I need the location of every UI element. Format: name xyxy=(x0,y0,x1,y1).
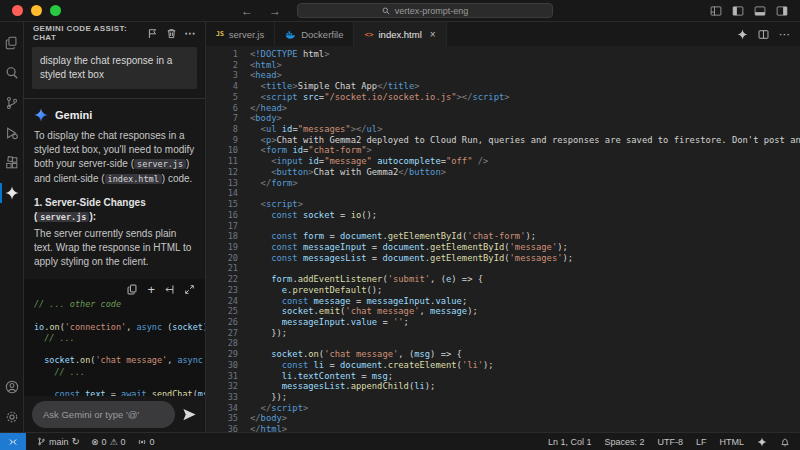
code-line[interactable]: 13 </form> xyxy=(206,178,800,189)
feedback-flag-icon[interactable] xyxy=(147,28,158,39)
close-window-button[interactable] xyxy=(12,5,23,16)
gemini-chat-input[interactable] xyxy=(32,401,175,428)
gemini-section-heading: 1. Server-Side Changes (server.js): xyxy=(24,189,205,226)
eol-sequence[interactable]: LF xyxy=(696,437,707,447)
code-line[interactable]: 36</html> xyxy=(206,424,800,432)
code-line[interactable]: 23 e.preventDefault(); xyxy=(206,285,800,296)
close-tab-icon[interactable]: × xyxy=(430,29,436,40)
split-editor-icon[interactable] xyxy=(758,29,769,40)
expand-code-icon[interactable] xyxy=(184,284,195,295)
chat-code-line xyxy=(34,344,205,355)
search-sidebar-icon[interactable] xyxy=(0,58,24,88)
errors-icon: ⊗ xyxy=(91,437,99,447)
line-number: 36 xyxy=(206,424,238,432)
source-control-icon[interactable] xyxy=(0,88,24,118)
code-line[interactable]: 1<!DOCTYPE html> xyxy=(206,49,800,60)
git-branch-icon xyxy=(37,437,46,446)
accounts-icon[interactable] xyxy=(0,372,24,402)
code-line[interactable]: 9 <p>Chat with Gemma2 deployed to Cloud … xyxy=(206,135,800,146)
code-line[interactable]: 4 <title>Simple Chat App</title> xyxy=(206,81,800,92)
code-line[interactable]: 32 messagesList.appendChild(li); xyxy=(206,381,800,392)
chat-input-row xyxy=(24,396,205,432)
code-chip-indexhtml: index.html xyxy=(105,174,162,184)
cursor-position[interactable]: Ln 1, Col 1 xyxy=(548,437,592,447)
gemini-section-body: The server currently sends plain text. W… xyxy=(24,226,205,273)
copy-code-icon[interactable] xyxy=(127,284,138,295)
line-number: 14 xyxy=(206,188,238,199)
tab-indexhtml[interactable]: <> index.html × xyxy=(354,22,446,46)
title-bar: ← → vertex-prompt-eng xyxy=(0,0,800,22)
code-line[interactable]: 31 li.textContent = msg; xyxy=(206,371,800,382)
line-number: 10 xyxy=(206,145,238,156)
code-line[interactable]: 33 }); xyxy=(206,392,800,403)
line-number: 25 xyxy=(206,306,238,317)
code-line[interactable]: 21 xyxy=(206,263,800,274)
tab-dockerfile[interactable]: Dockerfile xyxy=(275,22,354,46)
code-line[interactable]: 16 const socket = io(); xyxy=(206,210,800,221)
editor-lines[interactable]: 1<!DOCTYPE html>2<html>3<head>4 <title>S… xyxy=(206,46,800,432)
code-line[interactable]: 30 const li = document.createElement('li… xyxy=(206,360,800,371)
code-line[interactable]: 6</head> xyxy=(206,103,800,114)
panel-more-actions-icon[interactable]: ⋯ xyxy=(185,28,196,39)
clear-chat-trash-icon[interactable] xyxy=(166,28,177,39)
code-line[interactable]: 7<body> xyxy=(206,113,800,124)
code-line[interactable]: 14 xyxy=(206,188,800,199)
code-chip-serverjs2: server.js xyxy=(37,212,89,222)
code-line[interactable]: 19 const messageInput = document.getElem… xyxy=(206,242,800,253)
add-code-icon[interactable]: + xyxy=(147,283,155,296)
extensions-icon[interactable] xyxy=(0,148,24,178)
insert-at-cursor-icon[interactable] xyxy=(164,284,175,295)
code-line[interactable]: 12 <button>Chat with Gemma2</button> xyxy=(206,167,800,178)
toggle-panel-icon[interactable] xyxy=(754,5,766,17)
code-line[interactable]: 5 <script src="/socket.io/socket.io.js">… xyxy=(206,92,800,103)
toggle-primary-sidebar-icon[interactable] xyxy=(732,5,744,17)
tab-serverjs[interactable]: JS server.js xyxy=(206,22,275,46)
run-debug-icon[interactable] xyxy=(0,118,24,148)
send-message-icon[interactable] xyxy=(182,407,197,422)
problems-indicator[interactable]: ⊗0 ⚠0 xyxy=(91,437,126,447)
code-line[interactable]: 35</body> xyxy=(206,413,800,424)
line-number: 18 xyxy=(206,231,238,242)
code-line[interactable]: 18 const form = document.getElementById(… xyxy=(206,231,800,242)
indentation[interactable]: Spaces: 2 xyxy=(604,437,644,447)
line-number: 17 xyxy=(206,221,238,232)
language-mode[interactable]: HTML xyxy=(720,437,745,447)
code-line[interactable]: 2<html> xyxy=(206,60,800,71)
code-line[interactable]: 26 messageInput.value = ''; xyxy=(206,317,800,328)
customize-layout-icon[interactable] xyxy=(710,5,722,17)
notifications-bell-icon[interactable] xyxy=(780,437,790,447)
code-line[interactable]: 15 <script> xyxy=(206,199,800,210)
line-number: 9 xyxy=(206,135,238,146)
branch-indicator[interactable]: main ↻ xyxy=(37,436,80,447)
statusbar-sparkle-icon[interactable] xyxy=(757,437,767,447)
navigate-back-icon[interactable]: ← xyxy=(241,5,253,17)
toggle-secondary-sidebar-icon[interactable] xyxy=(776,5,788,17)
minimize-window-button[interactable] xyxy=(31,5,42,16)
remote-indicator[interactable] xyxy=(0,433,26,450)
navigate-forward-icon[interactable]: → xyxy=(269,5,281,17)
command-center-search[interactable]: vertex-prompt-eng xyxy=(297,3,553,18)
code-line[interactable]: 10 <form id="chat-form"> xyxy=(206,145,800,156)
code-line[interactable]: 34 </script> xyxy=(206,403,800,414)
code-line[interactable]: 20 const messagesList = document.getElem… xyxy=(206,253,800,264)
ports-indicator[interactable]: 0 xyxy=(137,437,155,447)
gemini-code-assist-icon[interactable] xyxy=(0,178,24,208)
maximize-window-button[interactable] xyxy=(50,5,61,16)
line-number: 20 xyxy=(206,253,238,264)
code-line[interactable]: 28 xyxy=(206,338,800,349)
code-line[interactable]: 17 xyxy=(206,221,800,232)
code-line[interactable]: 3<head> xyxy=(206,70,800,81)
code-line[interactable]: 25 socket.emit('chat message', message); xyxy=(206,306,800,317)
settings-gear-icon[interactable] xyxy=(0,402,24,432)
code-line[interactable]: 22 form.addEventListener('submit', (e) =… xyxy=(206,274,800,285)
code-line[interactable]: 29 socket.on('chat message', (msg) => { xyxy=(206,349,800,360)
code-line[interactable]: 11 <input id="message" autocomplete="off… xyxy=(206,156,800,167)
code-line[interactable]: 8 <ul id="messages"></ul> xyxy=(206,124,800,135)
code-line[interactable]: 24 const message = messageInput.value; xyxy=(206,296,800,307)
activity-bar xyxy=(0,22,24,432)
editor-more-actions-icon[interactable]: ⋯ xyxy=(779,29,790,40)
gemini-editor-sparkle-icon[interactable] xyxy=(737,29,748,40)
explorer-icon[interactable] xyxy=(0,28,24,58)
code-line[interactable]: 27 }); xyxy=(206,328,800,339)
encoding[interactable]: UTF-8 xyxy=(657,437,683,447)
